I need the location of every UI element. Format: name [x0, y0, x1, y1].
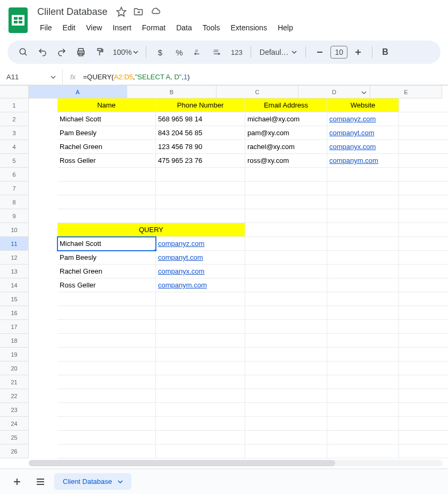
cell-B16[interactable]: [156, 306, 245, 320]
cell-A15[interactable]: [57, 292, 156, 306]
cell-A5[interactable]: Ross Geller: [57, 154, 156, 168]
column-header-E[interactable]: E: [370, 86, 442, 98]
cell-D12[interactable]: [327, 251, 399, 265]
cell-A25[interactable]: [57, 431, 156, 444]
cell-D3[interactable]: companyt.com: [327, 126, 399, 140]
cell-E2[interactable]: [399, 112, 448, 126]
currency-icon[interactable]: $: [152, 44, 169, 61]
cell-C26[interactable]: [245, 444, 327, 458]
cell-D9[interactable]: [327, 209, 399, 223]
cell-D24[interactable]: [327, 417, 399, 431]
cell-C19[interactable]: [245, 348, 327, 361]
cell-C13[interactable]: [245, 265, 327, 278]
doc-title[interactable]: Clilent Database: [35, 5, 110, 19]
cell-C2[interactable]: michael@xy.com: [245, 112, 327, 126]
cell-C8[interactable]: [245, 195, 327, 209]
row-header-20[interactable]: 20: [0, 361, 29, 375]
menu-edit[interactable]: Edit: [58, 20, 80, 35]
row-header-11[interactable]: 11: [0, 237, 29, 251]
menu-data[interactable]: Data: [171, 20, 197, 35]
cell-D14[interactable]: [327, 278, 399, 292]
cell-A21[interactable]: [57, 375, 156, 389]
cell-D21[interactable]: [327, 375, 399, 389]
menu-tools[interactable]: Tools: [198, 20, 225, 35]
cell-D18[interactable]: [327, 334, 399, 348]
cell-D16[interactable]: [327, 306, 399, 320]
cell-D20[interactable]: [327, 361, 399, 375]
cell-B7[interactable]: [156, 182, 245, 195]
cell-E10[interactable]: [399, 223, 448, 237]
cell-A7[interactable]: [57, 182, 156, 195]
cell-E3[interactable]: [399, 126, 448, 140]
sheets-logo[interactable]: [5, 4, 31, 36]
cell-B21[interactable]: [156, 375, 245, 389]
cell-E7[interactable]: [399, 182, 448, 195]
selection-handle[interactable]: [154, 249, 156, 251]
row-header-25[interactable]: 25: [0, 431, 29, 444]
row-header-8[interactable]: 8: [0, 195, 29, 209]
cell-A16[interactable]: [57, 306, 156, 320]
font-size-input[interactable]: 10: [330, 46, 347, 59]
row-header-2[interactable]: 2: [0, 112, 29, 126]
row-header-5[interactable]: 5: [0, 154, 29, 168]
cell-D11[interactable]: [327, 237, 399, 251]
cell-A17[interactable]: [57, 320, 156, 334]
redo-icon[interactable]: [53, 44, 70, 61]
cell-D22[interactable]: [327, 389, 399, 403]
bold-button[interactable]: B: [378, 47, 393, 57]
cell-B11[interactable]: companyz.com: [156, 237, 245, 251]
format-123-button[interactable]: 123: [228, 44, 245, 61]
menu-help[interactable]: Help: [273, 20, 298, 35]
cell-A1[interactable]: Name: [57, 98, 156, 112]
cell-C10[interactable]: [245, 223, 327, 237]
cell-D6[interactable]: [327, 168, 399, 182]
cell-B8[interactable]: [156, 195, 245, 209]
cell-C4[interactable]: rachel@xy.com: [245, 140, 327, 154]
cell-D1[interactable]: Website: [327, 98, 399, 112]
cell-D23[interactable]: [327, 403, 399, 417]
cell-B14[interactable]: companym.com: [156, 278, 245, 292]
cell-E22[interactable]: [399, 389, 448, 403]
select-all-corner[interactable]: [0, 86, 29, 98]
cell-D25[interactable]: [327, 431, 399, 444]
cell-B26[interactable]: [156, 444, 245, 458]
print-icon[interactable]: [72, 44, 89, 61]
cell-A22[interactable]: [57, 389, 156, 403]
cell-C25[interactable]: [245, 431, 327, 444]
menu-insert[interactable]: Insert: [108, 20, 136, 35]
increase-font-size-button[interactable]: [350, 44, 367, 61]
cell-A2[interactable]: Michael Scott: [57, 112, 156, 126]
cell-D19[interactable]: [327, 348, 399, 361]
cell-B15[interactable]: [156, 292, 245, 306]
row-header-23[interactable]: 23: [0, 403, 29, 417]
cell-A3[interactable]: Pam Beesly: [57, 126, 156, 140]
cell-A26[interactable]: [57, 444, 156, 458]
column-dropdown-icon[interactable]: [361, 90, 367, 95]
cell-E11[interactable]: [399, 237, 448, 251]
search-menus-icon[interactable]: [15, 44, 32, 61]
cell-C23[interactable]: [245, 403, 327, 417]
cell-D8[interactable]: [327, 195, 399, 209]
cell-C16[interactable]: [245, 306, 327, 320]
cell-B20[interactable]: [156, 361, 245, 375]
row-header-6[interactable]: 6: [0, 168, 29, 182]
sheet-tab-active[interactable]: Client Database: [54, 473, 131, 490]
zoom-select[interactable]: 100%: [111, 48, 140, 56]
cell-B9[interactable]: [156, 209, 245, 223]
cell-C6[interactable]: [245, 168, 327, 182]
row-header-12[interactable]: 12: [0, 251, 29, 265]
row-header-15[interactable]: 15: [0, 292, 29, 306]
cell-E17[interactable]: [399, 320, 448, 334]
name-box[interactable]: A11: [0, 69, 63, 85]
menu-extensions[interactable]: Extensions: [226, 20, 271, 35]
row-header-4[interactable]: 4: [0, 140, 29, 154]
cell-D7[interactable]: [327, 182, 399, 195]
cell-A11[interactable]: Michael Scott: [57, 237, 156, 251]
undo-icon[interactable]: [34, 44, 51, 61]
cell-E15[interactable]: [399, 292, 448, 306]
cell-E5[interactable]: [399, 154, 448, 168]
row-header-22[interactable]: 22: [0, 389, 29, 403]
column-header-C[interactable]: C: [217, 86, 298, 98]
cell-D13[interactable]: [327, 265, 399, 278]
row-header-24[interactable]: 24: [0, 417, 29, 431]
